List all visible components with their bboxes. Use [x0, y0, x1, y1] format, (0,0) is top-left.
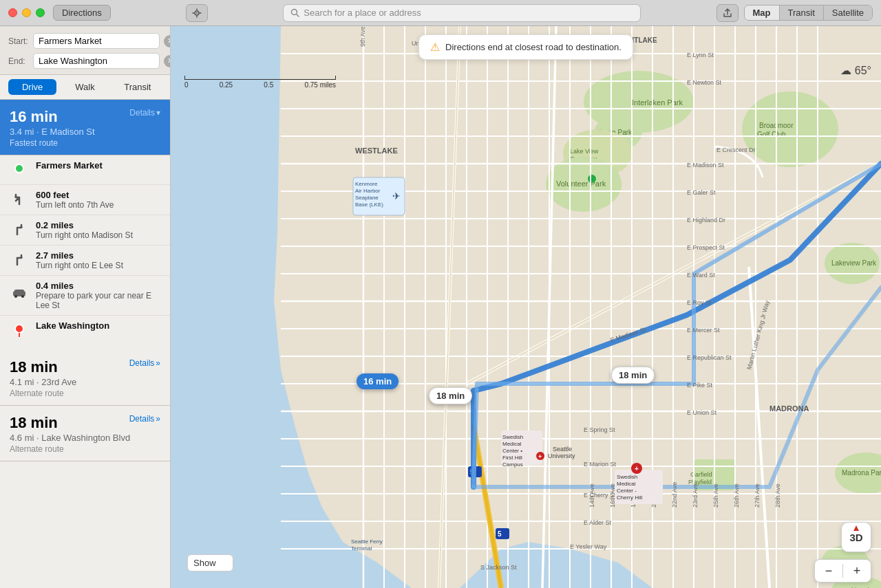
btn-3d-label: 3D: [849, 532, 862, 543]
svg-text:Center -: Center -: [617, 488, 637, 494]
tab-transit[interactable]: Transit: [114, 79, 162, 95]
map-type-buttons: Map Transit Satellite: [744, 5, 873, 21]
route-label-16min: 16 min: [357, 373, 399, 389]
step-info-2: 0.2 miles Turn right onto Madison St: [36, 220, 160, 240]
svg-text:E Lynn St: E Lynn St: [687, 52, 714, 58]
svg-point-2: [292, 10, 297, 15]
svg-text:14th Ave: 14th Ave: [588, 483, 595, 508]
svg-text:Lakeview Park: Lakeview Park: [831, 259, 877, 267]
step-info-1: 600 feet Turn left onto 7th Ave: [36, 190, 160, 210]
svg-text:25th Ave: 25th Ave: [712, 483, 719, 508]
titlebar: Directions Search for a place or address…: [0, 0, 881, 26]
step-3: 2.7 miles Turn right onto E Lee St: [0, 246, 170, 276]
step-origin: Farmers Market: [0, 155, 170, 185]
svg-text:E Roy St: E Roy St: [687, 299, 712, 306]
route-sub-1: 3.4 mi · E Madison St: [10, 127, 160, 137]
route-time-3: 18 min: [10, 414, 58, 432]
route-result-3[interactable]: 18 min Details » 4.6 mi · Lake Washingto…: [0, 406, 170, 461]
svg-text:Interlaken Park: Interlaken Park: [632, 98, 683, 107]
svg-text:E Pike St: E Pike St: [687, 382, 713, 389]
svg-text:Campus: Campus: [502, 461, 523, 468]
clear-end-button[interactable]: ✕: [164, 55, 171, 67]
svg-text:E Prospect St: E Prospect St: [687, 244, 725, 251]
search-placeholder: Search for a place or address: [304, 8, 421, 18]
details-link-2[interactable]: Details »: [129, 358, 160, 368]
svg-point-1: [196, 12, 198, 14]
step-info-3: 2.7 miles Turn right onto E Lee St: [36, 250, 160, 270]
weather-display: ☁ 65°: [840, 64, 871, 77]
map-type-satellite[interactable]: Satellite: [824, 6, 872, 20]
scale-075: 0.75 miles: [304, 81, 336, 89]
tab-walk[interactable]: Walk: [61, 79, 109, 95]
step-info-origin: Farmers Market: [36, 160, 160, 171]
step-desc-2: Turn right onto Madison St: [36, 230, 160, 240]
zoom-out-button[interactable]: −: [815, 560, 842, 582]
route-header-1: 16 min Details ▾: [10, 108, 160, 126]
svg-text:E Ward St: E Ward St: [687, 272, 715, 279]
zoom-in-button[interactable]: +: [843, 560, 871, 582]
map-type-map[interactable]: Map: [745, 6, 780, 20]
sidebar: Start: ✕ ⇅ End: ✕ Drive Walk Transit 16 …: [0, 26, 171, 588]
route-label-18min-1: 18 min: [429, 387, 472, 404]
map-area[interactable]: Interlaken Park Boren Park Broadmoor Gol…: [171, 26, 881, 588]
svg-point-4: [15, 164, 23, 173]
btn-3d[interactable]: 3D: [841, 522, 871, 552]
route-sub-3: 4.6 mi · Lake Washington Blvd: [10, 433, 160, 443]
warning-text: Directions end at closest road to destin…: [445, 42, 622, 52]
step-1: 600 feet Turn left onto 7th Ave: [0, 185, 170, 215]
turn-right-icon-2: [10, 250, 29, 270]
route-time-2: 18 min: [10, 358, 58, 376]
origin-icon: [10, 160, 29, 179]
details-link-3[interactable]: Details »: [129, 414, 160, 424]
main-content: Start: ✕ ⇅ End: ✕ Drive Walk Transit 16 …: [0, 26, 881, 588]
minimize-button[interactable]: [22, 8, 31, 17]
show-dropdown[interactable]: Show: [187, 554, 233, 571]
svg-text:E Yesler Way: E Yesler Way: [570, 543, 607, 550]
svg-text:+: +: [635, 465, 639, 472]
svg-text:Madrona Park: Madrona Park: [842, 469, 881, 477]
route-result-1[interactable]: 16 min Details ▾ 3.4 mi · E Madison St F…: [0, 100, 170, 155]
close-button[interactable]: [8, 8, 17, 17]
location-icon[interactable]: [186, 4, 208, 22]
step-4: 0.4 miles Prepare to park your car near …: [0, 276, 170, 316]
route-label2-1: Fastest route: [10, 138, 160, 148]
step-info-4: 0.4 miles Prepare to park your car near …: [36, 281, 160, 310]
svg-text:Lake View: Lake View: [570, 148, 599, 155]
svg-text:WESTLAKE: WESTLAKE: [355, 146, 398, 155]
share-button[interactable]: [717, 4, 739, 22]
svg-point-9: [15, 325, 23, 333]
details-link-1[interactable]: Details ▾: [129, 108, 160, 118]
svg-text:✈: ✈: [392, 190, 401, 202]
warning-icon: ⚠: [430, 41, 440, 54]
svg-text:Swedish: Swedish: [502, 434, 523, 440]
tab-drive[interactable]: Drive: [8, 79, 56, 95]
svg-text:Golf Club: Golf Club: [757, 131, 786, 138]
svg-text:E Galer St: E Galer St: [687, 189, 716, 196]
step-info-destination: Lake Washington: [36, 320, 160, 331]
svg-text:Seattle: Seattle: [553, 446, 572, 453]
scale-bar: 0 0.25 0.5 0.75 miles: [184, 76, 336, 89]
parking-icon: [10, 281, 29, 300]
svg-text:E Crescent Dr: E Crescent Dr: [717, 146, 756, 153]
scale-0: 0: [184, 81, 189, 89]
scale-line: [184, 76, 336, 80]
step-dist-2: 0.2 miles: [36, 220, 160, 230]
destination-icon: [10, 320, 29, 340]
route-time-1: 16 min: [10, 108, 58, 126]
directions-button[interactable]: Directions: [53, 5, 111, 21]
svg-text:Base (LKE): Base (LKE): [355, 202, 383, 208]
route-result-2[interactable]: 18 min Details » 4.1 mi · 23rd Ave Alter…: [0, 350, 170, 406]
svg-text:E Union St: E Union St: [687, 409, 717, 416]
svg-text:26th Ave: 26th Ave: [733, 483, 740, 508]
turn-left-icon: [10, 190, 29, 209]
turn-right-icon-1: [10, 220, 29, 239]
fullscreen-button[interactable]: [36, 8, 45, 17]
clear-start-button[interactable]: ✕: [164, 35, 171, 47]
map-type-transit[interactable]: Transit: [780, 6, 824, 20]
start-input[interactable]: [33, 33, 160, 49]
end-input[interactable]: [33, 53, 160, 69]
warning-banner: ⚠ Directions end at closest road to dest…: [418, 34, 633, 60]
search-bar[interactable]: Search for a place or address: [283, 4, 641, 22]
svg-text:27th Ave: 27th Ave: [754, 483, 761, 508]
svg-text:MADRONA: MADRONA: [769, 404, 809, 413]
